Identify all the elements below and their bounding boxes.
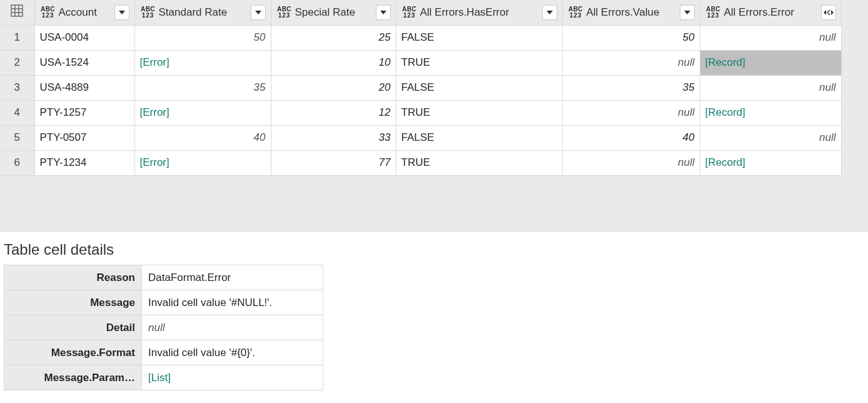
cell-special-rate[interactable]: 77	[271, 150, 396, 175]
details-key: Reason	[4, 265, 142, 290]
table-row[interactable]: 2USA-1524[Error]10TRUEnull[Record]	[0, 50, 841, 75]
column-header-error-error[interactable]: ABC123 All Errors.Error	[700, 0, 841, 25]
row-number[interactable]: 5	[0, 125, 34, 150]
details-value: DataFormat.Error	[142, 265, 323, 290]
filter-button[interactable]	[376, 5, 391, 20]
cell-special-rate[interactable]: 20	[271, 75, 396, 100]
table-row[interactable]: 3USA-48893520FALSE35null	[0, 75, 841, 100]
filter-button[interactable]	[542, 5, 557, 20]
cell-account[interactable]: PTY-0507	[34, 125, 134, 150]
datatype-any-icon: ABC123	[276, 6, 293, 19]
table-row[interactable]: 1USA-00045025FALSE50null	[0, 25, 841, 50]
details-row: ReasonDataFormat.Error	[4, 265, 323, 290]
row-number[interactable]: 6	[0, 150, 34, 175]
column-header-error-value[interactable]: ABC123 All Errors.Value	[562, 0, 700, 25]
table-row[interactable]: 4PTY-1257[Error]12TRUEnull[Record]	[0, 100, 841, 125]
filter-button[interactable]	[114, 5, 129, 20]
cell-error-error[interactable]: [Record]	[700, 50, 841, 75]
row-number[interactable]: 2	[0, 50, 34, 75]
cell-has-error[interactable]: FALSE	[396, 25, 562, 50]
table-icon	[11, 4, 23, 20]
details-row: Detailnull	[4, 315, 323, 340]
cell-error-error[interactable]: null	[700, 125, 841, 150]
datatype-any-icon: ABC123	[40, 6, 56, 19]
cell-error-value[interactable]: null	[562, 100, 700, 125]
cell-error-value[interactable]: 50	[562, 25, 700, 50]
cell-special-rate[interactable]: 12	[271, 100, 396, 125]
cell-error-value[interactable]: 35	[562, 75, 700, 100]
cell-standard-rate[interactable]: 35	[134, 75, 271, 100]
cell-standard-rate[interactable]: 40	[134, 125, 271, 150]
expand-button[interactable]	[821, 5, 836, 20]
cell-error-value[interactable]: null	[562, 150, 700, 175]
cell-account[interactable]: USA-1524	[34, 50, 134, 75]
column-header-special-rate[interactable]: ABC123 Special Rate	[271, 0, 396, 25]
table-row[interactable]: 6PTY-1234[Error]77TRUEnull[Record]	[0, 150, 841, 175]
cell-special-rate[interactable]: 33	[271, 125, 396, 150]
datatype-any-icon: ABC123	[568, 6, 584, 19]
cell-error-error[interactable]: [Record]	[700, 100, 841, 125]
row-number[interactable]: 4	[0, 100, 34, 125]
details-value[interactable]: [List]	[142, 365, 323, 390]
details-key: Message.Format	[4, 340, 142, 365]
details-key: Detail	[4, 315, 142, 340]
cell-special-rate[interactable]: 10	[271, 50, 396, 75]
cell-account[interactable]: PTY-1257	[34, 100, 134, 125]
details-row: MessageInvalid cell value '#NULL!'.	[4, 290, 323, 315]
select-all-corner[interactable]	[0, 0, 34, 25]
column-label: All Errors.HasError	[420, 6, 510, 19]
row-number[interactable]: 3	[0, 75, 34, 100]
cell-has-error[interactable]: TRUE	[396, 150, 562, 175]
cell-has-error[interactable]: FALSE	[396, 125, 562, 150]
cell-standard-rate[interactable]: [Error]	[134, 150, 271, 175]
details-value: Invalid cell value '#{0}'.	[142, 340, 323, 365]
cell-has-error[interactable]: TRUE	[396, 100, 562, 125]
cell-error-value[interactable]: null	[562, 50, 700, 75]
data-grid: ABC123 Account ABC123 Standard Rate	[0, 0, 868, 233]
column-label: Standard Rate	[159, 6, 228, 19]
column-label: All Errors.Value	[587, 6, 660, 19]
cell-standard-rate[interactable]: 50	[134, 25, 271, 50]
table-row[interactable]: 5PTY-05074033FALSE40null	[0, 125, 841, 150]
column-label: Account	[59, 6, 97, 19]
datatype-any-icon: ABC123	[705, 6, 722, 19]
cell-details-panel: Table cell details ReasonDataFormat.Erro…	[0, 233, 868, 394]
filter-button[interactable]	[251, 5, 266, 20]
column-label: Special Rate	[295, 6, 355, 19]
cell-standard-rate[interactable]: [Error]	[134, 50, 271, 75]
details-row: Message.Param…[List]	[4, 365, 323, 390]
cell-account[interactable]: USA-4889	[34, 75, 134, 100]
filter-button[interactable]	[680, 5, 695, 20]
grid-table: ABC123 Account ABC123 Standard Rate	[0, 0, 842, 176]
cell-error-error[interactable]: null	[700, 75, 841, 100]
cell-error-error[interactable]: null	[700, 25, 841, 50]
details-value: null	[142, 315, 323, 340]
details-value: Invalid cell value '#NULL!'.	[142, 290, 323, 315]
cell-error-value[interactable]: 40	[562, 125, 700, 150]
cell-has-error[interactable]: FALSE	[396, 75, 562, 100]
column-header-account[interactable]: ABC123 Account	[34, 0, 134, 25]
details-key: Message.Param…	[4, 365, 142, 390]
cell-has-error[interactable]: TRUE	[396, 50, 562, 75]
details-table: ReasonDataFormat.ErrorMessageInvalid cel…	[4, 265, 323, 390]
datatype-any-icon: ABC123	[401, 6, 418, 19]
column-label: All Errors.Error	[724, 6, 794, 19]
details-row: Message.FormatInvalid cell value '#{0}'.	[4, 340, 323, 365]
cell-account[interactable]: PTY-1234	[34, 150, 134, 175]
details-title: Table cell details	[4, 241, 864, 258]
cell-account[interactable]: USA-0004	[34, 25, 134, 50]
details-key: Message	[4, 290, 142, 315]
cell-error-error[interactable]: [Record]	[700, 150, 841, 175]
svg-rect-0	[11, 5, 23, 16]
cell-special-rate[interactable]: 25	[271, 25, 396, 50]
row-number[interactable]: 1	[0, 25, 34, 50]
cell-standard-rate[interactable]: [Error]	[134, 100, 271, 125]
column-header-has-error[interactable]: ABC123 All Errors.HasError	[396, 0, 562, 25]
column-header-standard-rate[interactable]: ABC123 Standard Rate	[134, 0, 271, 25]
datatype-any-icon: ABC123	[140, 6, 156, 19]
